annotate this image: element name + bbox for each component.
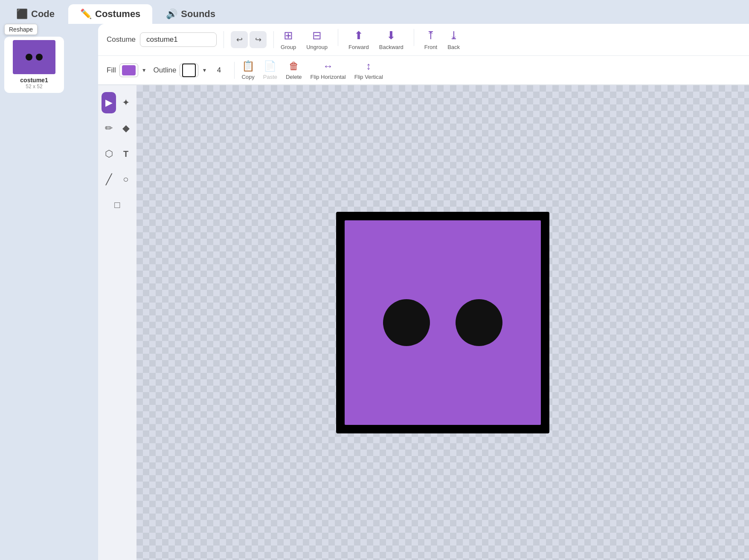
drawing-area-container: ▶ ✦ ✏ ◆ ⬡ T ╱ ○ □ <box>98 85 749 560</box>
fill-dropdown-arrow[interactable]: ▼ <box>142 67 147 73</box>
eye-left <box>383 299 430 346</box>
delete-icon: 🗑 <box>289 60 299 72</box>
undo-redo-group: ↩ ↪ <box>231 31 267 48</box>
group-button[interactable]: ⊞ Group <box>281 29 296 50</box>
eye-right <box>456 299 502 346</box>
tab-code[interactable]: ⬛ Code <box>4 4 67 24</box>
costumes-sidebar: Reshape costume1 52 x 52 <box>0 24 98 560</box>
outline-value: 4 <box>210 66 227 75</box>
mini-eyes <box>24 54 44 61</box>
toolbar-row1: Costume ↩ ↪ ⊞ Group ⊟ Ungroup <box>98 24 749 56</box>
eraser-tool[interactable]: ◆ <box>119 118 133 139</box>
forward-button[interactable]: ⬆ Forward <box>348 29 369 50</box>
outline-label: Outline <box>154 66 177 75</box>
backward-button[interactable]: ⬇ Backward <box>379 29 404 50</box>
sprite-outer <box>336 212 549 433</box>
tool-row-1: ▶ ✦ <box>102 92 133 113</box>
redo-button[interactable]: ↪ <box>250 31 267 48</box>
divider2 <box>273 31 274 48</box>
sprite-inner <box>345 220 541 425</box>
divider3 <box>338 29 338 46</box>
fill-color-inner <box>122 65 136 75</box>
backward-icon: ⬇ <box>386 29 396 42</box>
tab-costumes[interactable]: ✏️ Costumes <box>68 4 152 24</box>
tab-bar: ⬛ Code ✏️ Costumes 🔊 Sounds <box>0 0 749 24</box>
outline-section: Outline ▼ 4 <box>154 64 228 77</box>
undo-button[interactable]: ↩ <box>231 31 248 48</box>
select-tool[interactable]: ▶ <box>102 92 116 113</box>
text-tool[interactable]: T <box>119 143 133 165</box>
paste-icon: 📄 <box>264 60 276 72</box>
tools-panel: ▶ ✦ ✏ ◆ ⬡ T ╱ ○ □ <box>98 85 136 560</box>
sounds-icon: 🔊 <box>166 9 177 20</box>
front-button[interactable]: ⤒ Front <box>424 29 437 50</box>
copy-icon: 📋 <box>242 60 255 72</box>
tool-row-4: ╱ ○ <box>102 169 133 190</box>
outline-dropdown-arrow[interactable]: ▼ <box>202 67 207 73</box>
costume-list-item[interactable]: Reshape costume1 52 x 52 <box>4 37 64 93</box>
toolbar-row2: Fill ▼ Outline ▼ 4 📋 Copy <box>98 56 749 85</box>
brush-tool[interactable]: ✏ <box>102 118 116 139</box>
costume-name-input[interactable] <box>140 32 217 47</box>
back-icon: ⤓ <box>449 29 459 42</box>
fill-tool[interactable]: ⬡ <box>102 143 116 165</box>
outline-color-swatch[interactable] <box>180 64 198 77</box>
flip-vertical-button[interactable]: ↕ Flip Vertical <box>354 60 383 80</box>
mini-eye-right <box>36 54 43 61</box>
tool-row-3: ⬡ T <box>102 143 133 165</box>
paste-button[interactable]: 📄 Paste <box>263 60 277 80</box>
divider5 <box>234 62 235 79</box>
tab-sounds[interactable]: 🔊 Sounds <box>154 4 227 24</box>
costume-label: Costume <box>107 35 136 44</box>
costume-name-label: costume1 <box>20 77 48 84</box>
costume-name-section: Costume <box>107 32 217 47</box>
sprite-canvas <box>336 212 549 433</box>
outline-color-inner <box>182 64 196 77</box>
copy-paste-section: 📋 Copy 📄 Paste 🗑 Delete ↔ Flip Horizonta… <box>241 60 383 80</box>
rect-tool[interactable]: □ <box>107 194 128 216</box>
costumes-icon: ✏️ <box>80 9 92 20</box>
ungroup-button[interactable]: ⊟ Ungroup <box>306 29 328 50</box>
ungroup-icon: ⊟ <box>312 29 322 42</box>
mini-eye-left <box>26 54 32 61</box>
tool-row-5: □ <box>102 194 133 216</box>
reshape-tool[interactable]: ✦ <box>119 92 133 113</box>
costume-size-label: 52 x 52 <box>26 84 42 89</box>
forward-icon: ⬆ <box>354 29 363 42</box>
copy-button[interactable]: 📋 Copy <box>241 60 254 80</box>
delete-button[interactable]: 🗑 Delete <box>286 60 302 80</box>
reshape-tooltip: Reshape <box>4 24 38 35</box>
divider4 <box>414 29 414 46</box>
group-icon: ⊞ <box>284 29 293 42</box>
fill-color-swatch[interactable] <box>119 64 138 77</box>
front-icon: ⤒ <box>426 29 435 42</box>
flip-v-icon: ↕ <box>366 60 371 72</box>
flip-h-icon: ↔ <box>323 60 333 72</box>
editor-panel: Costume ↩ ↪ ⊞ Group ⊟ Ungroup <box>98 24 749 560</box>
line-tool[interactable]: ╱ <box>102 169 116 190</box>
code-icon: ⬛ <box>16 9 28 20</box>
divider1 <box>224 31 224 48</box>
fill-section: Fill ▼ <box>107 64 147 77</box>
flip-horizontal-button[interactable]: ↔ Flip Horizontal <box>311 60 346 80</box>
back-button[interactable]: ⤓ Back <box>447 29 460 50</box>
tool-row-2: ✏ ◆ <box>102 118 133 139</box>
costume-thumbnail <box>13 40 55 74</box>
main-area: Reshape costume1 52 x 52 Costume ↩ ↪ <box>0 24 749 560</box>
canvas-area[interactable] <box>136 85 749 560</box>
circle-tool[interactable]: ○ <box>119 169 133 190</box>
arrange-group: ⊞ Group ⊟ Ungroup ⬆ Forward ⬇ Backward <box>281 29 460 50</box>
fill-label: Fill <box>107 66 116 75</box>
